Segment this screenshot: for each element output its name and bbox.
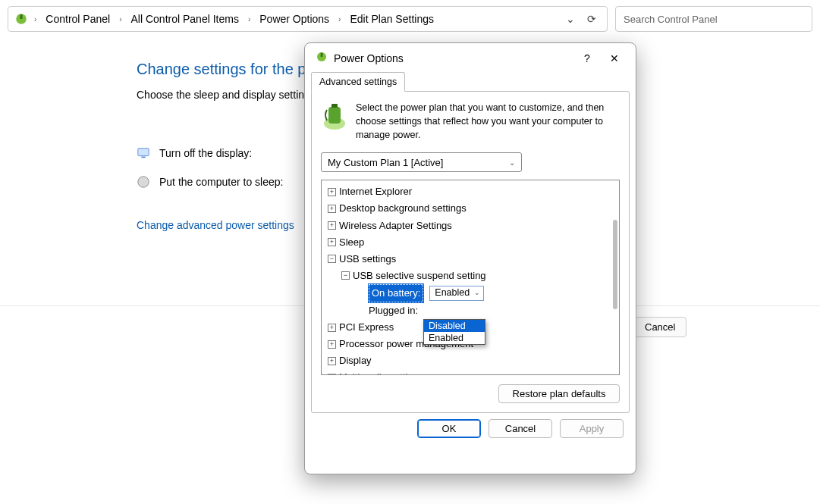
dialog-title: Power Options (334, 52, 404, 64)
tree-node: +Multimedia settings (323, 369, 617, 375)
power-plug-icon (316, 51, 328, 65)
plugged-in-label[interactable]: Plugged in: (369, 302, 418, 319)
expand-icon[interactable]: + (328, 340, 336, 349)
option-label: Turn off the display: (159, 147, 252, 159)
tree-node-usb: −USB settings (323, 251, 617, 268)
tree-node: +Desktop background settings (323, 200, 617, 217)
refresh-icon[interactable]: ⟳ (587, 13, 596, 25)
breadcrumb-item[interactable]: Edit Plan Settings (347, 11, 437, 27)
plugged-in-dropdown[interactable]: Disabled Enabled (423, 319, 485, 345)
close-icon[interactable]: ✕ (604, 52, 625, 64)
search-input[interactable]: Search Control Panel (615, 6, 812, 32)
breadcrumb-item[interactable]: Control Panel (42, 11, 113, 27)
svg-rect-2 (138, 149, 149, 156)
selected-plan: My Custom Plan 1 [Active] (328, 157, 443, 168)
svg-rect-8 (328, 107, 341, 124)
chevron-icon: › (118, 15, 123, 23)
cancel-button[interactable]: Cancel (489, 419, 552, 438)
tree-node-plugged-in: Plugged in: (323, 302, 617, 319)
tree-node-usb-selective: −USB selective suspend setting (323, 268, 617, 284)
ok-button[interactable]: OK (417, 419, 481, 438)
option-label: Put the computer to sleep: (159, 176, 283, 188)
tree-label[interactable]: USB settings (339, 251, 396, 268)
search-placeholder: Search Control Panel (624, 14, 718, 25)
svg-point-4 (138, 177, 149, 187)
dialog-titlebar: Power Options ? ✕ (305, 43, 636, 71)
on-battery-label[interactable]: On battery: (369, 284, 423, 302)
dropdown-option-enabled[interactable]: Enabled (424, 332, 485, 344)
combo-value: Enabled (435, 285, 470, 301)
battery-icon (321, 101, 348, 142)
expand-icon[interactable]: + (328, 221, 336, 230)
help-button[interactable]: ? (577, 52, 598, 64)
breadcrumb-item[interactable]: All Control Panel Items (128, 11, 242, 27)
breadcrumb-box[interactable]: › Control Panel › All Control Panel Item… (8, 6, 608, 32)
collapse-icon[interactable]: − (341, 271, 350, 280)
plan-select[interactable]: My Custom Plan 1 [Active] ⌄ (321, 152, 522, 172)
tree-node: +Sleep (323, 234, 617, 251)
expand-icon[interactable]: + (328, 357, 336, 365)
collapse-icon[interactable]: − (328, 255, 336, 263)
tab-advanced-settings[interactable]: Advanced settings (311, 72, 405, 92)
tree-label[interactable]: Desktop background settings (339, 200, 467, 217)
power-options-dialog: Power Options ? ✕ Advanced settings Sele… (304, 42, 636, 474)
apply-button: Apply (560, 419, 624, 438)
svg-rect-3 (141, 157, 145, 158)
restore-defaults-button[interactable]: Restore plan defaults (498, 384, 620, 403)
svg-rect-1 (20, 14, 23, 19)
tree-node-on-battery: On battery: Enabled⌄ (323, 284, 617, 302)
tree-label[interactable]: Multimedia settings (339, 369, 423, 375)
tree-label[interactable]: Display (339, 352, 372, 369)
svg-rect-9 (331, 104, 338, 108)
intro-text: Select the power plan that you want to c… (356, 101, 620, 142)
tree-node: +Wireless Adapter Settings (323, 218, 617, 234)
tree-label[interactable]: Wireless Adapter Settings (339, 218, 452, 234)
on-battery-combo[interactable]: Enabled⌄ (429, 286, 484, 301)
chevron-icon: › (247, 15, 252, 23)
moon-icon (137, 175, 150, 189)
tree-node: +Internet Explorer (323, 183, 617, 200)
tab-strip: Advanced settings (311, 71, 630, 91)
tree-node: +Display (323, 352, 617, 369)
chevron-down-icon: ⌄ (474, 287, 480, 299)
tree-label[interactable]: PCI Express (339, 319, 394, 336)
svg-rect-6 (321, 53, 323, 57)
power-plug-icon (14, 12, 28, 26)
dropdown-option-disabled[interactable]: Disabled (424, 320, 485, 332)
chevron-icon: › (33, 15, 38, 23)
dialog-body: Select the power plan that you want to c… (311, 91, 630, 413)
tree-label[interactable]: Internet Explorer (339, 183, 412, 200)
chevron-down-icon: ⌄ (509, 158, 515, 167)
tree-label[interactable]: Sleep (339, 234, 364, 251)
address-bar: › Control Panel › All Control Panel Item… (0, 0, 820, 38)
chevron-down-icon[interactable]: ⌄ (566, 13, 575, 25)
expand-icon[interactable]: + (328, 205, 336, 213)
expand-icon[interactable]: + (328, 238, 336, 246)
scrollbar[interactable] (613, 220, 617, 309)
cancel-button-background[interactable]: Cancel (633, 317, 686, 337)
tree-label[interactable]: USB selective suspend setting (353, 268, 486, 284)
expand-icon[interactable]: + (328, 374, 336, 375)
breadcrumb-item[interactable]: Power Options (256, 11, 332, 27)
expand-icon[interactable]: + (328, 324, 336, 332)
chevron-icon: › (337, 15, 342, 23)
expand-icon[interactable]: + (328, 188, 336, 196)
intro-section: Select the power plan that you want to c… (321, 101, 620, 142)
dialog-buttons: OK Cancel Apply (305, 419, 636, 449)
monitor-icon (137, 146, 150, 160)
settings-tree[interactable]: +Internet Explorer +Desktop background s… (321, 180, 620, 375)
